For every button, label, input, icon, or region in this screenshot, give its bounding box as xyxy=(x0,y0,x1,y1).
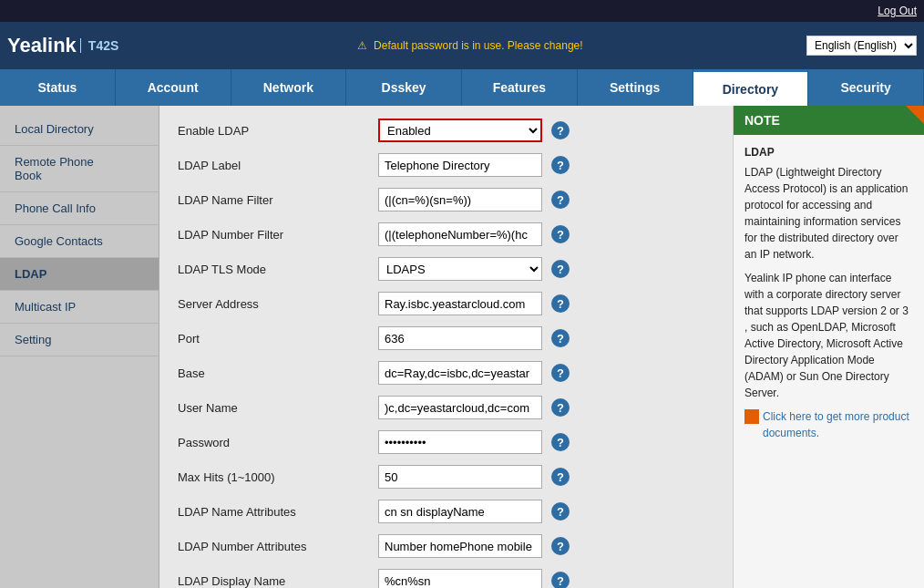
label-enable-ldap: Enable LDAP xyxy=(178,124,378,138)
tab-status[interactable]: Status xyxy=(0,69,116,106)
label-base: Base xyxy=(178,366,378,380)
header: Yealink T42S ⚠ Default password is in us… xyxy=(0,22,924,69)
sidebar-item-google-contacts[interactable]: Google Contacts xyxy=(0,225,159,258)
note-link-icon xyxy=(744,409,759,424)
help-icon-ldap-number-filter[interactable]: ? xyxy=(551,225,570,243)
label-port: Port xyxy=(178,332,378,346)
warning-icon: ⚠ xyxy=(357,39,367,52)
note-panel: NOTE LDAP LDAP (Lightweight Directory Ac… xyxy=(733,106,924,588)
note-paragraph1: LDAP (Lightweight Directory Access Proto… xyxy=(744,164,913,263)
form-row-max-hits: Max Hits (1~1000) ? xyxy=(178,463,714,490)
tab-directory[interactable]: Directory xyxy=(693,69,809,106)
label-ldap-label: LDAP Label xyxy=(178,159,378,172)
input-ldap-label[interactable] xyxy=(378,153,542,177)
label-max-hits: Max Hits (1~1000) xyxy=(178,470,378,484)
label-server-address: Server Address xyxy=(178,297,378,311)
help-icon-port[interactable]: ? xyxy=(551,329,570,347)
label-ldap-name-filter: LDAP Name Filter xyxy=(178,193,378,207)
input-password[interactable] xyxy=(378,430,542,454)
input-server-address[interactable] xyxy=(378,292,542,315)
note-title-label: NOTE xyxy=(744,113,780,128)
input-ldap-name-filter[interactable] xyxy=(378,188,542,211)
tab-network[interactable]: Network xyxy=(231,69,347,106)
form-row-ldap-tls-mode: LDAP TLS Mode LDAPS STARTTLS None ? xyxy=(178,255,714,283)
input-ldap-display-name[interactable] xyxy=(378,569,542,588)
label-ldap-tls-mode: LDAP TLS Mode xyxy=(178,263,378,276)
main-layout: Local Directory Remote PhoneBook Phone C… xyxy=(0,106,924,588)
form-row-user-name: User Name ? xyxy=(178,394,714,421)
help-icon-base[interactable]: ? xyxy=(551,364,570,382)
content-area: Enable LDAP Enabled Disabled ? LDAP Labe… xyxy=(159,106,733,588)
input-user-name[interactable] xyxy=(378,396,542,419)
note-link-text: Click here to get more product documents… xyxy=(763,408,913,441)
sidebar-item-remote-phone-book[interactable]: Remote PhoneBook xyxy=(0,146,159,192)
sidebar-item-phone-call-info[interactable]: Phone Call Info xyxy=(0,192,159,225)
nav-tabs: Status Account Network Dsskey Features S… xyxy=(0,69,924,106)
input-enable-ldap[interactable]: Enabled Disabled xyxy=(378,119,542,142)
note-header-wrap: NOTE xyxy=(734,106,924,135)
note-paragraph2: Yealink IP phone can interface with a co… xyxy=(744,270,913,401)
input-port[interactable] xyxy=(378,326,542,350)
input-ldap-tls-mode[interactable]: LDAPS STARTTLS None xyxy=(378,257,542,281)
note-header: NOTE xyxy=(734,106,924,135)
help-icon-password[interactable]: ? xyxy=(551,433,570,451)
label-ldap-number-attributes: LDAP Number Attributes xyxy=(178,540,378,553)
input-ldap-number-attributes[interactable] xyxy=(378,534,542,558)
warning-text: Default password is in use. Please chang… xyxy=(374,39,582,52)
form-row-ldap-name-filter: LDAP Name Filter ? xyxy=(178,186,714,213)
help-icon-enable-ldap[interactable]: ? xyxy=(551,121,570,139)
sidebar: Local Directory Remote PhoneBook Phone C… xyxy=(0,106,159,588)
logo: Yealink T42S xyxy=(7,34,118,57)
input-ldap-number-filter[interactable] xyxy=(378,222,542,246)
help-icon-ldap-name-filter[interactable]: ? xyxy=(551,191,570,209)
top-bar: Log Out xyxy=(0,0,924,22)
label-ldap-name-attributes: LDAP Name Attributes xyxy=(178,505,378,519)
form-row-base: Base ? xyxy=(178,359,714,387)
tab-features[interactable]: Features xyxy=(462,69,578,106)
warning-message: ⚠ Default password is in use. Please cha… xyxy=(133,39,806,52)
sidebar-item-multicast-ip[interactable]: Multicast IP xyxy=(0,291,159,324)
logout-button[interactable]: Log Out xyxy=(878,5,917,17)
help-icon-ldap-display-name[interactable]: ? xyxy=(551,572,570,588)
tab-dsskey[interactable]: Dsskey xyxy=(346,69,462,106)
model-name: T42S xyxy=(80,38,118,53)
help-icon-user-name[interactable]: ? xyxy=(551,398,570,417)
sidebar-item-local-directory[interactable]: Local Directory xyxy=(0,113,159,146)
label-ldap-display-name: LDAP Display Name xyxy=(178,574,378,588)
help-icon-ldap-tls-mode[interactable]: ? xyxy=(551,260,570,278)
tab-security[interactable]: Security xyxy=(808,69,924,106)
help-icon-ldap-label[interactable]: ? xyxy=(551,156,570,174)
help-icon-max-hits[interactable]: ? xyxy=(551,468,570,486)
note-link[interactable]: Click here to get more product documents… xyxy=(744,408,913,441)
tab-account[interactable]: Account xyxy=(116,69,231,106)
help-icon-ldap-number-attributes[interactable]: ? xyxy=(551,537,570,555)
note-body: LDAP LDAP (Lightweight Directory Access … xyxy=(734,135,924,588)
form-row-password: Password ? xyxy=(178,428,714,456)
note-ldap-title: LDAP xyxy=(744,144,913,160)
form-row-ldap-number-filter: LDAP Number Filter ? xyxy=(178,221,714,248)
form-row-ldap-number-attributes: LDAP Number Attributes ? xyxy=(178,532,714,560)
language-select[interactable]: English (English) xyxy=(806,36,917,56)
form-row-port: Port ? xyxy=(178,325,714,352)
label-password: Password xyxy=(178,436,378,449)
brand-name: Yealink xyxy=(7,34,77,57)
input-ldap-name-attributes[interactable] xyxy=(378,500,542,523)
form-row-ldap-label: LDAP Label ? xyxy=(178,151,714,179)
form-row-server-address: Server Address ? xyxy=(178,290,714,317)
form-row-ldap-name-attributes: LDAP Name Attributes ? xyxy=(178,498,714,525)
sidebar-item-ldap[interactable]: LDAP xyxy=(0,258,159,291)
form-row-ldap-display-name: LDAP Display Name ? xyxy=(178,567,714,588)
sidebar-item-setting[interactable]: Setting xyxy=(0,324,159,356)
input-base[interactable] xyxy=(378,361,542,385)
note-corner-decoration xyxy=(906,106,924,124)
label-user-name: User Name xyxy=(178,401,378,415)
label-ldap-number-filter: LDAP Number Filter xyxy=(178,228,378,242)
input-max-hits[interactable] xyxy=(378,465,542,489)
help-icon-ldap-name-attributes[interactable]: ? xyxy=(551,502,570,521)
form-row-enable-ldap: Enable LDAP Enabled Disabled ? xyxy=(178,117,714,144)
help-icon-server-address[interactable]: ? xyxy=(551,294,570,313)
tab-settings[interactable]: Settings xyxy=(578,69,693,106)
